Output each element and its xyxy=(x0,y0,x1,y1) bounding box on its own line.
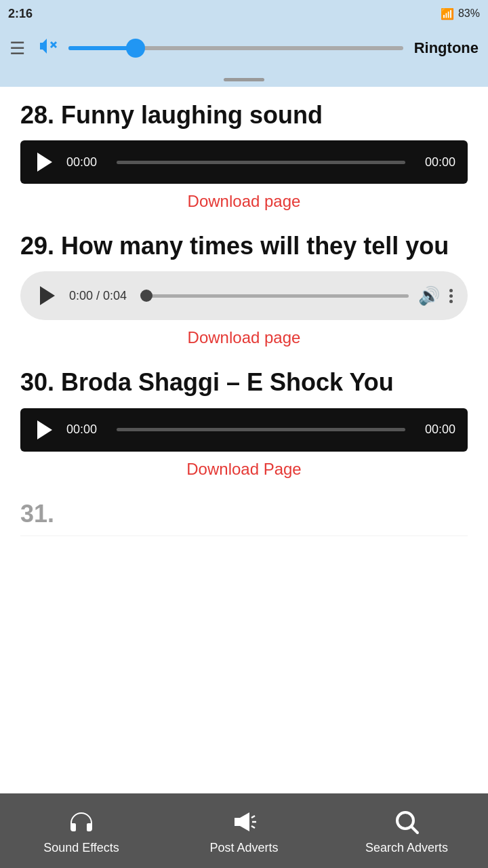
partial-item-31: 31. xyxy=(20,499,468,536)
download-link-28[interactable]: Download page xyxy=(20,192,468,211)
audio-player-30: 00:00 00:00 xyxy=(20,408,468,452)
bottom-nav: Sound Effects Post Adverts Search Advert… xyxy=(0,793,488,868)
download-link-30[interactable]: Download Page xyxy=(20,460,468,479)
svg-line-6 xyxy=(251,826,255,828)
signal-icon: 📶 xyxy=(441,7,454,20)
nav-label-search-adverts: Search Adverts xyxy=(365,841,448,855)
play-icon-29 xyxy=(40,286,55,305)
progress-track-28[interactable] xyxy=(117,161,405,164)
battery-icon: 83% xyxy=(458,7,480,20)
nav-label-post-adverts: Post Adverts xyxy=(209,841,278,855)
play-button-30[interactable] xyxy=(33,418,57,442)
time-end-28: 00:00 xyxy=(415,155,455,170)
mute-icon[interactable] xyxy=(36,35,58,62)
download-link-29[interactable]: Download page xyxy=(20,328,468,347)
sound-title-29: 29. How many times will they tell you xyxy=(20,231,468,260)
nav-label-sound-effects: Sound Effects xyxy=(43,841,119,855)
progress-track-29[interactable] xyxy=(146,294,409,298)
svg-rect-3 xyxy=(235,818,240,826)
partial-title-31: 31. xyxy=(20,499,468,536)
play-icon-30 xyxy=(37,420,52,439)
sound-item-29: 29. How many times will they tell you 0:… xyxy=(20,231,468,347)
main-content: 28. Funny laughing sound 00:00 00:00 Dow… xyxy=(0,87,488,557)
headphone-icon xyxy=(66,807,96,837)
nav-item-search-adverts[interactable]: Search Adverts xyxy=(325,807,488,855)
more-icon-29[interactable] xyxy=(449,289,453,303)
play-button-28[interactable] xyxy=(33,150,57,174)
drag-handle xyxy=(0,69,488,87)
status-bar: 2:16 📶 83% xyxy=(0,0,488,27)
progress-track-30[interactable] xyxy=(117,428,405,431)
volume-slider[interactable] xyxy=(68,46,403,50)
content-area: 28. Funny laughing sound 00:00 00:00 Dow… xyxy=(0,87,488,638)
time-end-30: 00:00 xyxy=(415,422,455,437)
volume-icon-29[interactable]: 🔊 xyxy=(418,285,440,307)
time-display-29: 0:00 / 0:04 xyxy=(69,289,137,303)
sound-title-28: 28. Funny laughing sound xyxy=(20,100,468,130)
status-time: 2:16 xyxy=(8,7,33,21)
audio-player-28: 00:00 00:00 xyxy=(20,140,468,184)
play-button-29[interactable] xyxy=(35,283,60,308)
audio-player-29: 0:00 / 0:04 🔊 xyxy=(20,271,468,320)
time-start-30: 00:00 xyxy=(66,422,107,437)
header-title: Ringtone xyxy=(414,39,479,57)
nav-item-sound-effects[interactable]: Sound Effects xyxy=(0,807,163,855)
megaphone-icon xyxy=(229,807,259,837)
sound-title-30: 30. Broda Shaggi – E Shock You xyxy=(20,368,468,397)
sound-item-30: 30. Broda Shaggi – E Shock You 00:00 00:… xyxy=(20,368,468,478)
menu-icon[interactable]: ☰ xyxy=(9,38,25,59)
search-icon xyxy=(392,807,422,837)
sound-item-28: 28. Funny laughing sound 00:00 00:00 Dow… xyxy=(20,100,468,211)
play-icon-28 xyxy=(37,153,52,172)
time-start-28: 00:00 xyxy=(66,155,107,170)
svg-line-5 xyxy=(251,816,255,818)
header-bar: ☰ Ringtone xyxy=(0,27,488,69)
status-icons: 📶 83% xyxy=(441,7,480,20)
svg-line-8 xyxy=(411,827,418,833)
nav-item-post-adverts[interactable]: Post Adverts xyxy=(163,807,325,855)
